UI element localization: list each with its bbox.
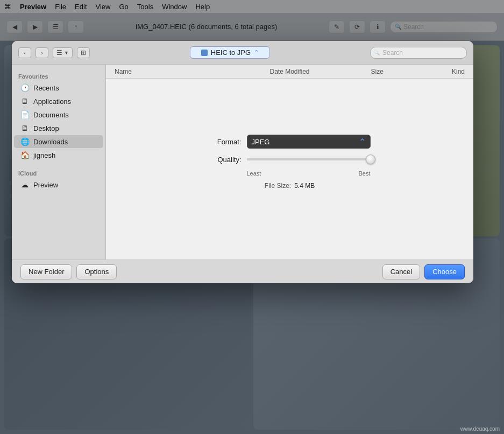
downloads-icon: 🌐 [20,137,29,146]
dialog-search-input[interactable]: Search [370,47,467,59]
quality-fill [247,158,365,160]
new-folder-button[interactable]: New Folder [20,264,72,279]
dialog-footer: New Folder Options Cancel Choose [12,260,473,283]
save-dialog: ‹ › ☰ ▼ ⊞ HEIC to JPG ⌃ 🔍 Search Favouri… [12,41,473,283]
location-pill[interactable]: HEIC to JPG ⌃ [190,46,270,59]
dialog-view-options[interactable]: ☰ ▼ [53,47,73,58]
location-color-indicator [201,50,208,56]
watermark: www.deuaq.com [460,426,500,432]
sidebar-label-applications: Applications [33,97,71,106]
format-quality-section: Format: JPEG ⌃ Quality: [209,135,371,190]
dialog-location: HEIC to JPG ⌃ [94,46,366,59]
quality-track [247,158,371,160]
home-icon: 🏠 [20,151,29,159]
options-button[interactable]: Options [76,264,117,279]
dialog-nav-back[interactable]: ‹ [18,47,31,58]
sidebar-label-desktop: Desktop [33,124,59,132]
dialog-main: Name Date Modified Size Kind Format: JPE… [106,65,473,260]
sidebar-label-downloads: Downloads [33,138,68,146]
format-label: Format: [209,138,242,146]
quality-best-label: Best [358,170,370,177]
col-header-size: Size [348,68,407,75]
dialog-toolbar: ‹ › ☰ ▼ ⊞ HEIC to JPG ⌃ 🔍 Search [12,41,473,65]
dialog-search-placeholder: Search [382,49,403,57]
cancel-button[interactable]: Cancel [382,264,420,279]
sidebar-item-jignesh[interactable]: 🏠 jignesh [14,149,103,162]
sidebar-label-jignesh: jignesh [33,151,55,159]
filesize-row: File Size: 5.4 MB [209,182,371,190]
format-select[interactable]: JPEG ⌃ [247,135,371,149]
choose-button[interactable]: Choose [424,264,465,279]
quality-thumb[interactable] [366,155,375,164]
quality-slider[interactable] [247,154,371,165]
quality-least-label: Least [247,170,261,177]
sidebar-item-desktop[interactable]: 🖥 Desktop [14,122,103,135]
dialog-view-icon[interactable]: ⊞ [77,47,90,58]
sidebar-label-recents: Recents [33,84,59,92]
col-header-date: Date Modified [231,68,348,75]
column-headers: Name Date Modified Size Kind [106,65,473,79]
icloud-section-title: iCloud [12,168,105,178]
quality-range-labels: Least Best [209,170,371,177]
sidebar-item-documents[interactable]: 📄 Documents [14,108,103,121]
quality-label: Quality: [209,156,242,164]
location-text: HEIC to JPG [211,48,251,57]
filesize-label: File Size: [265,182,291,190]
filesize-value: 5.4 MB [294,182,315,190]
dialog-search-container: 🔍 Search [370,47,467,59]
dialog-sidebar: Favourites 🕐 Recents 🖥 Applications 📄 Do… [12,65,106,260]
recents-icon: 🕐 [20,83,29,92]
footer-left-buttons: New Folder Options [20,264,117,279]
sidebar-item-applications[interactable]: 🖥 Applications [14,95,103,108]
sidebar-label-documents: Documents [33,111,69,119]
footer-right-buttons: Cancel Choose [382,264,465,279]
quality-row: Quality: [209,154,371,165]
favourites-section-title: Favourites [12,71,105,81]
desktop-icon: 🖥 [20,124,29,132]
sidebar-label-preview: Preview [33,181,58,189]
sidebar-item-recents[interactable]: 🕐 Recents [14,81,103,94]
format-arrow-icon: ⌃ [359,137,366,147]
sidebar-item-downloads[interactable]: 🌐 Downloads [14,135,103,148]
icloud-icon: ☁ [20,180,29,189]
dialog-nav-forward[interactable]: › [36,47,48,58]
location-arrow-icon: ⌃ [254,49,259,56]
col-header-kind: Kind [407,68,465,75]
documents-icon: 📄 [20,110,29,119]
format-value: JPEG [252,138,270,146]
format-row: Format: JPEG ⌃ [209,135,371,149]
col-header-name: Name [115,68,231,75]
sidebar-item-preview[interactable]: ☁ Preview [14,178,103,191]
dialog-body: Favourites 🕐 Recents 🖥 Applications 📄 Do… [12,65,473,260]
applications-icon: 🖥 [20,97,29,106]
